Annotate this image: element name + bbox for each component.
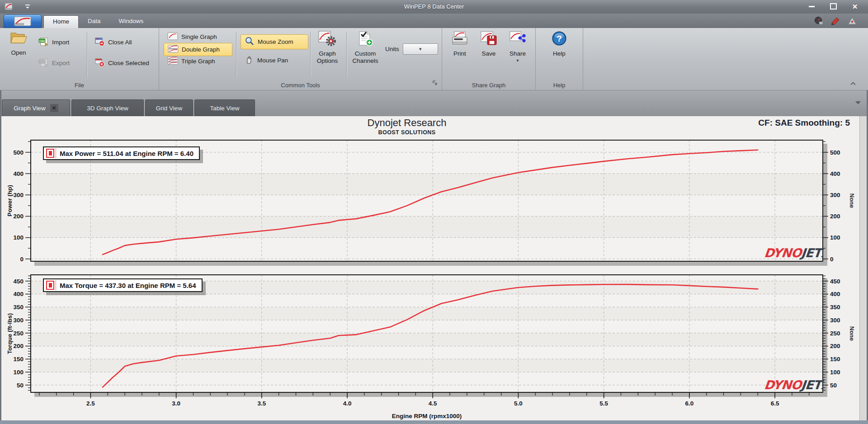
graph-options-label: Graph Options [313, 50, 342, 65]
single-graph-icon [167, 32, 178, 42]
close-selected-button[interactable]: Close Selected [90, 56, 153, 70]
svg-text:200: 200 [830, 343, 840, 349]
close-all-button[interactable]: Close All [90, 35, 136, 49]
svg-text:350: 350 [830, 304, 840, 311]
triple-graph-button[interactable]: Triple Graph [164, 55, 232, 67]
power-series-swatch [45, 148, 56, 158]
dynojet-watermark: DYNOJET. [750, 246, 823, 260]
tab-3d-graph-view[interactable]: 3D Graph View [71, 99, 144, 116]
graph-options-button[interactable]: Graph Options [313, 31, 342, 65]
minimize-icon [809, 6, 815, 7]
ribbon-tab-home[interactable]: Home [43, 15, 79, 28]
svg-text:6.5: 6.5 [771, 400, 779, 407]
units-dropdown[interactable]: ▾ [403, 43, 438, 55]
svg-text:400: 400 [13, 170, 24, 177]
svg-text:0: 0 [830, 256, 834, 263]
export-label: Export [52, 60, 70, 66]
vertical-scrollbar[interactable] [859, 116, 867, 420]
svg-text:450: 450 [13, 278, 24, 285]
mouse-pan-label: Mouse Pan [257, 57, 288, 64]
help-icon: ? [552, 31, 567, 48]
gauge-icon[interactable] [814, 16, 824, 27]
tab-grid-view[interactable]: Grid View [145, 99, 193, 116]
torque-chart[interactable]: 5050100100150150200200250250300300350350… [0, 271, 868, 423]
svg-text:5.5: 5.5 [599, 400, 608, 407]
svg-text:450: 450 [830, 278, 840, 285]
svg-text:200: 200 [13, 213, 24, 220]
svg-text:None: None [849, 193, 855, 208]
close-icon: ✕ [852, 3, 858, 10]
import-button[interactable]: CSV Import [34, 35, 73, 49]
double-graph-label: Double Graph [182, 46, 220, 53]
torque-legend: Max Torque = 437.30 at Engine RPM = 5.64 [43, 278, 203, 292]
svg-text:6.0: 6.0 [685, 400, 693, 407]
svg-text:300: 300 [830, 192, 840, 198]
svg-text:150: 150 [13, 356, 24, 363]
svg-text:?: ? [557, 34, 562, 43]
help-button[interactable]: ? Help [547, 31, 572, 57]
application-menu-button[interactable] [4, 14, 42, 28]
report-subtitle: BOOST SOLUTIONS [0, 129, 814, 136]
tab-close-icon[interactable]: ✕ [50, 104, 58, 112]
warning-icon[interactable] [847, 16, 857, 27]
mouse-pan-button[interactable]: Mouse Pan [241, 53, 308, 67]
share-icon [509, 31, 526, 48]
save-button[interactable]: Save [476, 31, 502, 57]
share-group-label: Share Graph [442, 82, 535, 89]
ribbon-tab-row: Home Data Windows [0, 14, 868, 28]
share-label: Share [509, 50, 526, 57]
mouse-zoom-button[interactable]: Mouse Zoom [241, 34, 308, 49]
print-icon [451, 31, 469, 48]
close-all-label: Close All [108, 39, 132, 46]
svg-text:250: 250 [13, 330, 24, 337]
maximize-button[interactable] [826, 2, 840, 11]
ribbon-group-share: Print Save [442, 28, 536, 90]
tab-table-view[interactable]: Table View [194, 99, 255, 116]
share-button[interactable]: Share ▾ [505, 31, 531, 63]
svg-text:100: 100 [830, 234, 840, 241]
winpep-window: WinPEP 8 Data Center ✕ Home Data Windows [0, 0, 868, 424]
share-dropdown-icon: ▾ [516, 58, 519, 63]
open-label: Open [11, 49, 26, 57]
svg-text:200: 200 [13, 343, 24, 349]
svg-text:0: 0 [20, 256, 24, 263]
export-button[interactable]: Export [34, 56, 73, 70]
tab-table-view-label: Table View [210, 105, 239, 112]
svg-text:CSV: CSV [39, 40, 45, 42]
device-icon[interactable] [830, 16, 840, 27]
single-graph-label: Single Graph [181, 33, 217, 40]
svg-text:100: 100 [13, 234, 24, 241]
svg-text:300: 300 [13, 317, 24, 324]
open-button[interactable]: Open [5, 31, 33, 57]
svg-text:400: 400 [830, 291, 840, 297]
tab-overflow-dropdown-icon[interactable] [855, 101, 861, 104]
svg-text:Torque (ft-lbs): Torque (ft-lbs) [6, 313, 13, 354]
export-csv-icon [38, 57, 49, 69]
power-legend: Max Power = 511.04 at Engine RPM = 6.40 [43, 146, 200, 160]
double-graph-button[interactable]: Double Graph [164, 43, 232, 56]
svg-text:50: 50 [830, 382, 837, 389]
single-graph-button[interactable]: Single Graph [164, 31, 232, 43]
close-button[interactable]: ✕ [848, 2, 862, 11]
window-bottom-edge [0, 420, 868, 424]
ribbon-tab-windows[interactable]: Windows [110, 15, 153, 28]
print-button[interactable]: Print [447, 31, 473, 57]
custom-channels-button[interactable]: Custom Channels [349, 31, 382, 65]
magnifier-icon [245, 36, 255, 47]
close-all-icon [94, 37, 105, 48]
minimize-button[interactable] [805, 2, 818, 11]
ribbon-group-file: Open CSV Import [0, 28, 159, 90]
ribbon-collapse-icon[interactable] [850, 79, 856, 87]
svg-text:5.0: 5.0 [514, 400, 523, 407]
file-group-label: File [0, 82, 159, 89]
svg-text:4.5: 4.5 [429, 400, 437, 407]
svg-text:None: None [849, 326, 855, 341]
graph-options-icon [318, 31, 336, 48]
svg-text:350: 350 [13, 304, 24, 311]
custom-channels-icon [357, 31, 373, 48]
print-label: Print [453, 50, 466, 57]
ribbon-tab-data[interactable]: Data [79, 15, 110, 28]
tab-graph-view[interactable]: Graph View ✕ [2, 99, 70, 116]
window-title: WinPEP 8 Data Center [0, 0, 868, 14]
svg-text:500: 500 [13, 149, 24, 156]
